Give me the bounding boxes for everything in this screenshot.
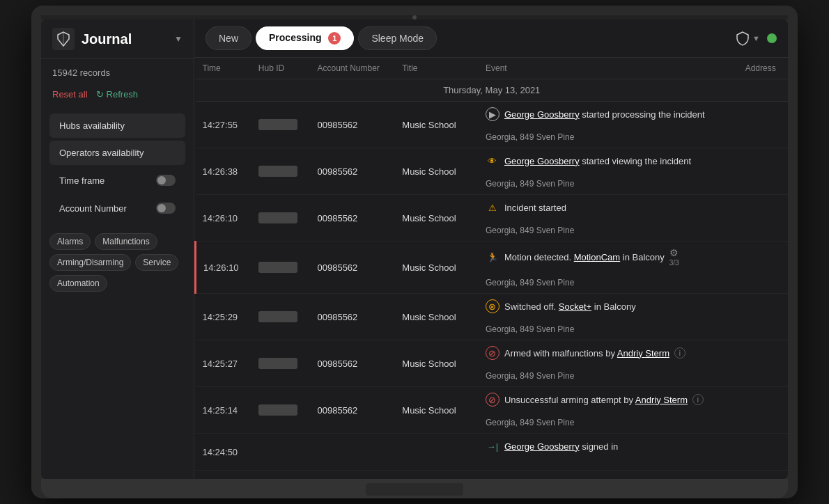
- account-cell: 00985562: [310, 195, 395, 242]
- switch-icon: ⊗: [486, 299, 499, 313]
- title-cell: [395, 434, 479, 471]
- reset-all-button[interactable]: Reset all: [52, 89, 88, 100]
- timeframe-toggle[interactable]: [156, 175, 176, 186]
- event-text: Switched off. Socket+ in Balcony: [504, 301, 636, 312]
- refresh-icon: ↻: [96, 89, 104, 100]
- event-text: George Goosberry started processing the …: [504, 109, 705, 120]
- event-cell: 🏃 Motion detected. MotionCam in Balcony …: [479, 242, 738, 272]
- event-cell: 👁 George Goosberry started viewing the i…: [479, 148, 738, 173]
- table-row[interactable]: 14:25:27 XXXXXX 00985562 Music School ⊘ …: [196, 340, 789, 387]
- shield-dropdown-arrow: ▼: [752, 34, 760, 42]
- tag-service[interactable]: Service: [135, 254, 178, 271]
- title-cell: Music School: [395, 102, 479, 148]
- hub-cell: XXXXXX: [251, 340, 311, 387]
- time-cell: 14:25:14: [196, 387, 251, 434]
- event-cell: ⊘ Unsuccessful arming attempt by Andriy …: [479, 387, 738, 412]
- info-button[interactable]: i: [674, 347, 685, 359]
- top-right-controls: ▼: [736, 31, 777, 46]
- device-link[interactable]: MotionCam: [574, 252, 620, 262]
- table-row[interactable]: 14:25:14 XXXXXX 00985562 Music School ⊘ …: [196, 387, 789, 434]
- hub-cell: XXXXXX: [251, 102, 311, 148]
- tag-alarms[interactable]: Alarms: [49, 233, 91, 250]
- table-row[interactable]: 14:26:38 XXXXXX 00985562 Music School 👁 …: [196, 148, 789, 195]
- person-link[interactable]: Andriy Sterm: [617, 348, 669, 359]
- event-text: George Goosberry started viewing the inc…: [504, 156, 691, 166]
- address-cell: Georgia, 849 Sven Pine: [479, 272, 738, 293]
- person-link[interactable]: George Goosberry: [504, 156, 580, 166]
- event-text: George Goosberry signed in: [504, 441, 618, 452]
- motion-icon: 🏃: [486, 250, 499, 264]
- event-cell: →| George Goosberry signed in: [479, 434, 738, 459]
- journal-table-container[interactable]: Time Hub ID Account Number Title Event A…: [194, 58, 788, 479]
- account-cell: 00985562: [310, 387, 395, 434]
- account-cell: [310, 471, 395, 480]
- hubs-availability-filter[interactable]: Hubs availability: [49, 113, 185, 138]
- online-status-dot: [767, 33, 777, 43]
- hub-cell: XXXXXX: [251, 195, 311, 242]
- event-cell: ⊘ Armed with malfunctions by Andriy Ster…: [479, 340, 738, 365]
- table-row[interactable]: 14:27:55 XXXXXX 00985562 Music School ▶ …: [196, 102, 789, 148]
- eye-icon: 👁: [486, 154, 499, 168]
- counter-badge: ⚙3/3: [669, 247, 679, 267]
- account-cell: 00985562: [310, 242, 395, 294]
- trackpad: [366, 483, 463, 496]
- processing-button[interactable]: Processing 1: [256, 26, 354, 50]
- title-cell: Music School: [395, 387, 479, 434]
- address-cell: Georgia, 849 Sven Pine: [479, 365, 738, 386]
- event-text: George Goosberry signed in: [504, 478, 618, 480]
- table-row[interactable]: 14:26:10 XXXXXX 00985562 Music School 🏃 …: [196, 242, 789, 294]
- col-event: Event: [479, 58, 738, 79]
- col-account: Account Number: [310, 58, 395, 79]
- event-text: Unsuccessful arming attempt by Andriy St…: [504, 395, 688, 405]
- address-cell: Georgia, 849 Sven Pine: [479, 319, 738, 340]
- tag-automation[interactable]: Automation: [49, 275, 107, 292]
- signin-icon: →|: [486, 439, 499, 453]
- person-link[interactable]: George Goosberry: [504, 109, 580, 120]
- person-link[interactable]: Andriy Sterm: [635, 395, 688, 405]
- account-cell: [310, 434, 395, 471]
- hub-cell: XXXXXX: [251, 294, 311, 340]
- title-cell: Music School: [395, 148, 479, 195]
- time-cell: 14:24:50: [196, 434, 251, 471]
- tag-malfunctions[interactable]: Malfunctions: [95, 233, 157, 250]
- table-row[interactable]: 14:26:10 XXXXXX 00985562 Music School ⚠ …: [196, 195, 789, 242]
- operators-availability-filter[interactable]: Operators availability: [49, 141, 185, 165]
- info-button[interactable]: i: [692, 394, 704, 405]
- sleep-mode-button[interactable]: Sleep Mode: [358, 26, 437, 50]
- col-address: Address: [738, 58, 788, 79]
- col-time: Time: [196, 58, 251, 79]
- table-row[interactable]: 13:12:57 →| George Goosberry signed in: [196, 471, 789, 480]
- timeframe-toggle-row: Time frame: [49, 168, 185, 193]
- filter-section: Hubs availability Operators availability…: [41, 108, 194, 226]
- event-cell: ⚠ Incident started: [479, 195, 738, 220]
- address-cell: Georgia, 849 Sven Pine: [479, 412, 738, 433]
- time-cell: 14:26:38: [196, 148, 251, 195]
- table-row[interactable]: 14:25:29 XXXXXX 00985562 Music School ⊗ …: [196, 294, 789, 340]
- refresh-button[interactable]: ↻ Refresh: [96, 89, 139, 100]
- hub-cell: XXXXXX: [251, 148, 311, 195]
- sidebar-header: Journal ▼: [41, 19, 194, 59]
- tag-arming[interactable]: Arming/Disarming: [49, 254, 131, 271]
- records-count: 15942 records: [41, 59, 194, 86]
- time-cell: 14:26:10: [196, 195, 251, 242]
- warning-icon: ⚠: [486, 200, 499, 214]
- event-cell: ▶ George Goosberry started processing th…: [479, 102, 738, 127]
- account-number-toggle[interactable]: [156, 203, 176, 214]
- person-link[interactable]: George Goosberry: [504, 441, 580, 452]
- sidebar: Journal ▼ 15942 records Reset all ↻ Refr…: [41, 19, 194, 479]
- new-button[interactable]: New: [206, 26, 251, 50]
- armed-icon: ⊘: [486, 346, 499, 360]
- date-header: Thursday, May 13, 2021: [196, 79, 789, 102]
- main-content: New Processing 1 Sleep Mode ▼: [194, 19, 788, 479]
- shield-dropdown[interactable]: ▼: [736, 31, 760, 46]
- person-link[interactable]: George Goosberry: [504, 478, 580, 480]
- device-link[interactable]: Socket+: [559, 301, 591, 312]
- hub-cell: [251, 434, 311, 471]
- table-row[interactable]: 14:24:50 →| George Goosberry signed in: [196, 434, 789, 471]
- col-hub: Hub ID: [251, 58, 311, 79]
- signin-icon: →|: [486, 476, 499, 479]
- title-cell: Music School: [395, 294, 479, 340]
- title-dropdown-arrow[interactable]: ▼: [174, 34, 183, 44]
- event-text: Motion detected. MotionCam in Balcony: [504, 252, 665, 262]
- processing-badge: 1: [328, 32, 341, 45]
